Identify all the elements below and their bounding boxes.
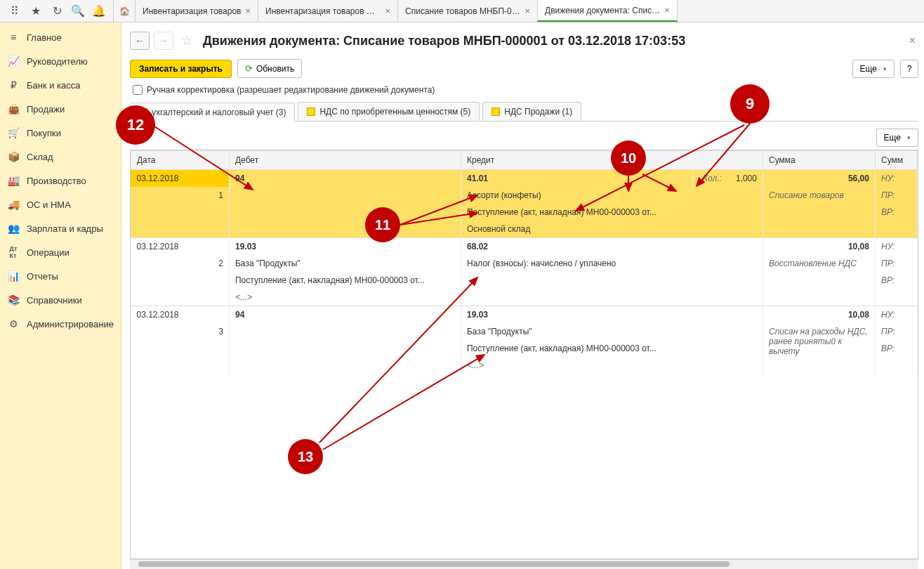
- th-sum2[interactable]: Сумм: [875, 151, 917, 170]
- subtab-accounting[interactable]: ухгалтерский и налоговый учет (3): [130, 103, 295, 122]
- books-icon: 📚: [7, 294, 20, 306]
- tab-writeoff-000001[interactable]: Списание товаров МНБП-000001 от 03.1... …: [397, 0, 538, 22]
- history-icon[interactable]: ↻: [48, 3, 65, 20]
- table-row[interactable]: Основной склад: [131, 221, 917, 238]
- sidebar-item-production[interactable]: 🏭Производство: [0, 169, 121, 192]
- annotation-badge-10: 10: [611, 140, 646, 176]
- main-content: ← → ☆ Движения документа: Списание товар…: [121, 22, 924, 569]
- bars-icon: 📊: [7, 270, 20, 282]
- sidebar-label: Производство: [27, 176, 86, 186]
- more-button[interactable]: Еще: [852, 60, 895, 78]
- th-sum[interactable]: Сумма: [763, 151, 875, 170]
- tab-home[interactable]: 🏠: [113, 0, 136, 22]
- bell-icon[interactable]: 🔔: [91, 3, 107, 20]
- sidebar-label: Зарплата и кадры: [27, 223, 103, 234]
- table-header-row: Дата Дебет Кредит Сумма Сумм: [131, 151, 917, 170]
- close-icon[interactable]: ×: [664, 5, 670, 15]
- sidebar-label: Справочники: [27, 295, 82, 306]
- page-title: Движения документа: Списание товаров МНБ…: [203, 34, 685, 48]
- close-icon[interactable]: ×: [524, 6, 530, 16]
- table-row[interactable]: 3 База "Продукты" Списан на расходы НДС,…: [131, 323, 917, 340]
- tab-inventory-goods[interactable]: Инвентаризация товаров ×: [135, 0, 258, 22]
- top-toolbar: ⠿ ★ ↻ 🔍 🔔 🏠 Инвентаризация товаров × Инв…: [0, 0, 924, 22]
- save-and-close-button[interactable]: Записать и закрыть: [130, 60, 232, 78]
- manual-correction-row: Ручная корректировка (разрешает редактир…: [130, 85, 918, 95]
- scrollbar-thumb[interactable]: [138, 561, 730, 567]
- manual-correction-checkbox[interactable]: [133, 85, 143, 95]
- th-date[interactable]: Дата: [131, 151, 229, 170]
- tab-inventory-000002[interactable]: Инвентаризация товаров МНБП-000002 о... …: [258, 0, 398, 22]
- sidebar-item-bank[interactable]: ₽Банк и касса: [0, 73, 121, 97]
- close-icon[interactable]: ×: [385, 6, 390, 16]
- toolbar-icon-group: ⠿ ★ ↻ 🔍 🔔: [0, 0, 114, 22]
- home-icon: 🏠: [119, 6, 130, 16]
- favorite-star-icon[interactable]: ☆: [178, 32, 196, 50]
- help-button[interactable]: ?: [900, 60, 918, 78]
- subtab-vat-purchased[interactable]: НДС по приобретенным ценностям (5): [298, 102, 480, 121]
- sidebar-item-warehouse[interactable]: 📦Склад: [0, 145, 121, 169]
- star-icon[interactable]: ★: [27, 3, 44, 20]
- annotation-badge-11: 11: [365, 207, 400, 242]
- factory-icon: 🏭: [7, 175, 20, 186]
- box-icon: 📦: [7, 151, 20, 162]
- entries-table: Дата Дебет Кредит Сумма Сумм 03.12.2018 …: [131, 150, 918, 374]
- sidebar-label: Склад: [27, 152, 53, 162]
- subtab-vat-sales[interactable]: НДС Продажи (1): [482, 102, 581, 121]
- table-body: 03.12.2018 94 41.01 Кол.: 1,000 56,00 НУ…: [131, 170, 917, 374]
- ruble-icon: ₽: [7, 79, 20, 91]
- tab-label: Списание товаров МНБП-000001 от 03.1...: [405, 6, 520, 16]
- table-row[interactable]: Поступление (акт, накладная) МН00-000003…: [131, 272, 917, 289]
- sidebar-item-admin[interactable]: ⚙Администрирование: [0, 312, 121, 336]
- tab-movements-active[interactable]: Движения документа: Списание товаров... …: [537, 0, 678, 22]
- command-bar: Записать и закрыть ⟳Обновить Еще ?: [130, 59, 918, 78]
- sidebar-label: Главное: [27, 32, 62, 43]
- close-panel-icon[interactable]: ×: [906, 34, 918, 47]
- table-more-button[interactable]: Еще: [876, 129, 918, 147]
- sidebar-item-assets[interactable]: 🚚ОС и НМА: [0, 192, 121, 216]
- sidebar-item-operations[interactable]: ДтКтОперации: [0, 240, 121, 264]
- table-row[interactable]: 03.12.2018 94 41.01 Кол.: 1,000 56,00 НУ…: [131, 170, 917, 188]
- register-tabs: ухгалтерский и налоговый учет (3) НДС по…: [130, 102, 918, 122]
- chart-icon: 📈: [7, 55, 20, 67]
- back-button[interactable]: ←: [130, 32, 150, 50]
- register-icon: [491, 107, 500, 116]
- refresh-button[interactable]: ⟳Обновить: [237, 59, 302, 78]
- th-debit[interactable]: Дебет: [229, 151, 461, 170]
- gear-icon: ⚙: [7, 318, 20, 329]
- entries-table-wrapper: Дата Дебет Кредит Сумма Сумм 03.12.2018 …: [130, 150, 918, 559]
- apps-icon[interactable]: ⠿: [6, 3, 23, 20]
- sidebar: ≡Главное 📈Руководителю ₽Банк и касса 👜Пр…: [0, 22, 121, 569]
- sidebar-label: Операции: [27, 247, 70, 258]
- title-row: ← → ☆ Движения документа: Списание товар…: [130, 27, 918, 55]
- sidebar-item-catalogs[interactable]: 📚Справочники: [0, 288, 121, 312]
- manual-correction-label: Ручная корректировка (разрешает редактир…: [147, 85, 435, 95]
- sidebar-label: ОС и НМА: [27, 200, 71, 210]
- table-row[interactable]: 2 База "Продукты" Налог (взносы): начисл…: [131, 255, 917, 272]
- table-row[interactable]: 1 Ассорти (конфеты) Списание товаров ПР:: [131, 187, 917, 204]
- sidebar-label: Отчеты: [27, 271, 58, 282]
- sidebar-item-manager[interactable]: 📈Руководителю: [0, 49, 121, 73]
- sidebar-item-reports[interactable]: 📊Отчеты: [0, 264, 121, 288]
- search-icon[interactable]: 🔍: [70, 3, 86, 20]
- cart-icon: 🛒: [7, 127, 20, 138]
- sidebar-label: Продажи: [27, 104, 65, 115]
- table-row[interactable]: 03.12.2018 19.03 68.02 10,08 НУ:: [131, 238, 917, 256]
- people-icon: 👥: [7, 223, 20, 234]
- window-tabs: 🏠 Инвентаризация товаров × Инвентаризаци…: [114, 0, 924, 22]
- tab-label: Инвентаризация товаров: [143, 6, 241, 16]
- sidebar-item-sales[interactable]: 👜Продажи: [0, 97, 121, 121]
- annotation-badge-13: 13: [288, 439, 323, 474]
- dtkt-icon: ДтКт: [7, 245, 20, 259]
- sidebar-item-purchases[interactable]: 🛒Покупки: [0, 121, 121, 145]
- bag-icon: 👜: [7, 103, 20, 115]
- horizontal-scrollbar[interactable]: [130, 559, 918, 569]
- table-row[interactable]: <...>: [131, 289, 917, 306]
- sidebar-item-main[interactable]: ≡Главное: [0, 25, 121, 49]
- sidebar-item-salary[interactable]: 👥Зарплата и кадры: [0, 216, 121, 240]
- tab-label: Инвентаризация товаров МНБП-000002 о...: [265, 6, 381, 16]
- close-icon[interactable]: ×: [245, 6, 251, 16]
- table-row[interactable]: 03.12.2018 94 19.03 10,08 НУ:: [131, 306, 917, 324]
- forward-button[interactable]: →: [154, 32, 173, 50]
- table-row[interactable]: Поступление (акт, накладная) МН00-000003…: [131, 204, 917, 221]
- register-icon: [307, 107, 315, 116]
